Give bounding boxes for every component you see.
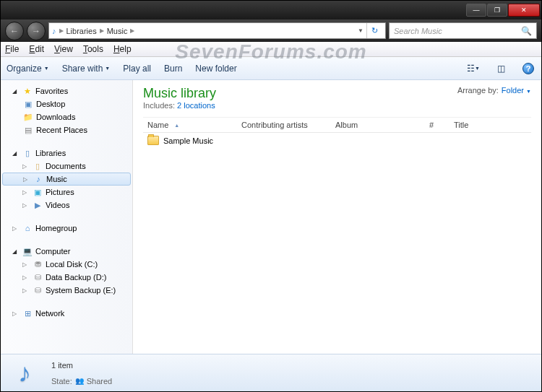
sidebar-item-recent[interactable]: ▤Recent Places <box>1 123 132 136</box>
state-row: State: 👥 Shared <box>51 377 112 386</box>
menu-edit[interactable]: Edit <box>29 44 44 54</box>
chevron-right-icon[interactable]: ▶ <box>59 27 64 34</box>
sidebar-item-music[interactable]: ▷♪Music <box>2 173 131 186</box>
menu-tools[interactable]: Tools <box>83 44 103 54</box>
forward-button[interactable]: → <box>27 22 46 40</box>
sidebar-network[interactable]: ▷⊞Network <box>1 307 132 320</box>
new-folder-button[interactable]: New folder <box>195 64 236 74</box>
sidebar-libraries[interactable]: ◢▯Libraries <box>1 147 132 160</box>
expand-icon[interactable]: ▷ <box>22 163 30 170</box>
minimize-button[interactable]: — <box>466 4 486 17</box>
command-bar: Organize▼ Share with▼ Play all Burn New … <box>1 57 541 80</box>
sidebar-item-pictures[interactable]: ▷▣Pictures <box>1 186 132 199</box>
nav-bar: ← → ♪ ▶ Libraries ▶ Music ▶ ▼ ↻ Search M… <box>1 19 541 42</box>
library-icon-large: ♪ <box>8 357 41 389</box>
library-header: Music library Includes: 2 locations Arra… <box>143 86 531 110</box>
locations-link[interactable]: 2 locations <box>177 101 215 110</box>
library-title: Music library <box>143 86 216 101</box>
back-button[interactable]: ← <box>5 22 24 40</box>
maximize-button[interactable]: ❐ <box>487 4 507 17</box>
navigation-pane: ◢★Favorites ▣Desktop 📁Downloads ▤Recent … <box>1 80 133 354</box>
arrange-by-dropdown[interactable]: Folder ▼ <box>502 86 531 95</box>
share-with-button[interactable]: Share with▼ <box>62 64 111 74</box>
organize-button[interactable]: Organize▼ <box>7 64 49 74</box>
network-icon: ⊞ <box>22 308 33 318</box>
column-number[interactable]: # <box>425 121 449 129</box>
sidebar-item-videos[interactable]: ▷▶Videos <box>1 199 132 212</box>
music-icon: ♪ <box>33 174 44 184</box>
breadcrumb-libraries[interactable]: Libraries <box>66 27 97 35</box>
expand-icon[interactable]: ▷ <box>22 287 30 294</box>
folder-icon <box>147 136 159 145</box>
drive-icon: ⛁ <box>32 272 43 282</box>
list-item[interactable]: Sample Music <box>143 133 531 148</box>
music-icon: ♪ <box>52 27 56 35</box>
sidebar-computer[interactable]: ◢💻Computer <box>1 245 132 258</box>
play-all-button[interactable]: Play all <box>123 64 151 74</box>
chevron-right-icon[interactable]: ▶ <box>100 27 104 34</box>
sidebar-item-system-backup[interactable]: ▷⛁System Backup (E:) <box>1 284 132 297</box>
menu-view[interactable]: View <box>54 44 73 54</box>
collapse-icon[interactable]: ◢ <box>12 88 20 95</box>
collapse-icon[interactable]: ◢ <box>12 248 20 255</box>
menu-file[interactable]: File <box>5 44 19 54</box>
expand-icon[interactable]: ▷ <box>22 202 30 209</box>
homegroup-icon: ⌂ <box>22 223 33 233</box>
sidebar-item-downloads[interactable]: 📁Downloads <box>1 110 132 123</box>
search-input[interactable]: Search Music 🔍 <box>389 22 537 39</box>
column-headers: Name▲ Contributing artists Album # Title <box>143 117 531 133</box>
arrange-by: Arrange by: Folder ▼ <box>457 86 531 95</box>
preview-pane-button[interactable]: ◫ <box>494 61 508 76</box>
sidebar-item-data-backup[interactable]: ▷⛁Data Backup (D:) <box>1 271 132 284</box>
column-title[interactable]: Title <box>449 121 531 129</box>
help-button[interactable]: ? <box>521 61 535 76</box>
expand-icon[interactable]: ▷ <box>22 189 30 196</box>
sidebar-item-documents[interactable]: ▷▯Documents <box>1 160 132 173</box>
breadcrumb-music[interactable]: Music <box>107 27 128 35</box>
dropdown-icon[interactable]: ▼ <box>358 27 364 34</box>
menu-help[interactable]: Help <box>113 44 132 54</box>
file-list-pane: Music library Includes: 2 locations Arra… <box>133 80 541 354</box>
sidebar-favorites[interactable]: ◢★Favorites <box>1 84 132 97</box>
expand-icon[interactable]: ▷ <box>12 225 20 232</box>
address-bar[interactable]: ♪ ▶ Libraries ▶ Music ▶ ▼ ↻ <box>48 22 386 39</box>
libraries-icon: ▯ <box>22 148 33 158</box>
expand-icon[interactable]: ▷ <box>23 176 30 183</box>
drive-icon: ⛁ <box>32 285 43 295</box>
sidebar-homegroup[interactable]: ▷⌂Homegroup <box>1 222 132 235</box>
view-options-button[interactable]: ☷ ▼ <box>466 61 481 76</box>
refresh-button[interactable]: ↻ <box>366 23 382 38</box>
burn-button[interactable]: Burn <box>164 64 182 74</box>
column-name[interactable]: Name▲ <box>143 121 237 129</box>
column-album[interactable]: Album <box>331 121 425 129</box>
desktop-icon: ▣ <box>22 99 34 109</box>
explorer-window: — ❐ ✕ ← → ♪ ▶ Libraries ▶ Music ▶ ▼ ↻ Se… <box>0 0 542 392</box>
chevron-down-icon: ▼ <box>44 66 49 71</box>
search-icon[interactable]: 🔍 <box>521 26 532 36</box>
title-bar: — ❐ ✕ <box>1 1 541 19</box>
chevron-right-icon[interactable]: ▶ <box>130 27 134 34</box>
sidebar-item-desktop[interactable]: ▣Desktop <box>1 97 132 110</box>
state-value: Shared <box>87 377 112 386</box>
shared-icon: 👥 <box>75 377 84 385</box>
content-area: ◢★Favorites ▣Desktop 📁Downloads ▤Recent … <box>1 80 541 354</box>
recent-icon: ▤ <box>22 125 34 135</box>
expand-icon[interactable]: ▷ <box>22 261 30 268</box>
sort-asc-icon: ▲ <box>174 123 179 128</box>
details-pane: ♪ 1 item State: 👥 Shared <box>1 354 541 391</box>
expand-icon[interactable]: ▷ <box>12 310 20 317</box>
collapse-icon[interactable]: ◢ <box>12 150 20 157</box>
drive-icon: ⛃ <box>32 259 43 269</box>
pictures-icon: ▣ <box>32 187 43 197</box>
documents-icon: ▯ <box>32 161 43 171</box>
star-icon: ★ <box>22 86 33 96</box>
videos-icon: ▶ <box>32 200 43 210</box>
file-name: Sample Music <box>163 136 213 145</box>
close-button[interactable]: ✕ <box>508 4 540 17</box>
expand-icon[interactable]: ▷ <box>22 274 30 281</box>
column-artist[interactable]: Contributing artists <box>237 121 331 129</box>
folder-icon: 📁 <box>22 112 34 122</box>
menu-bar: File Edit View Tools Help <box>1 42 541 57</box>
music-note-icon: ♪ <box>18 358 31 388</box>
sidebar-item-local-disk[interactable]: ▷⛃Local Disk (C:) <box>1 258 132 271</box>
